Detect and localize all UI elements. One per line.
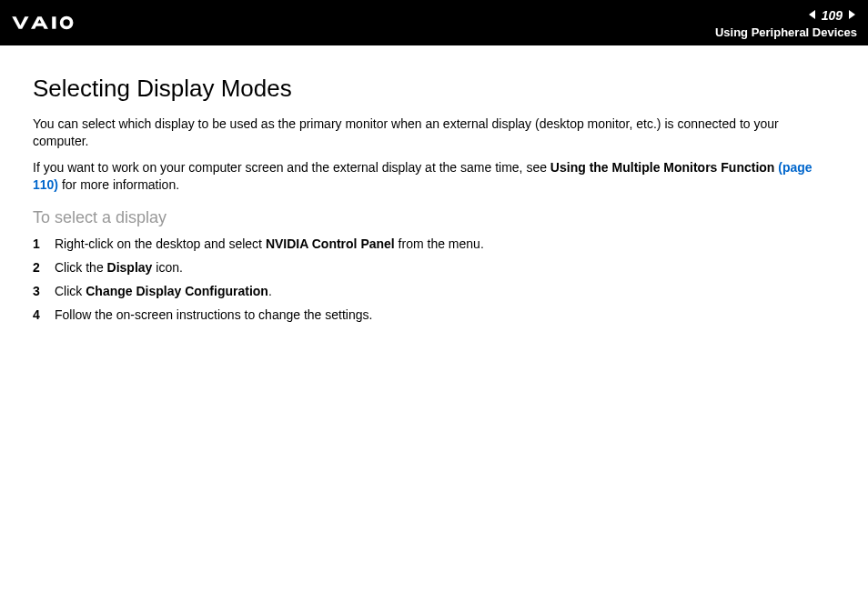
step-number: 4 xyxy=(33,307,55,322)
step-item: 1Right-click on the desktop and select N… xyxy=(33,236,835,251)
steps-list: 1Right-click on the desktop and select N… xyxy=(33,236,835,322)
page-number: 109 xyxy=(822,8,843,23)
step-text: Click the Display icon. xyxy=(55,260,835,275)
see-also-bold: Using the Multiple Monitors Function xyxy=(550,160,775,175)
step-number: 2 xyxy=(33,260,55,275)
step-bold-text: NVIDIA Control Panel xyxy=(266,236,395,251)
see-also-prefix: If you want to work on your computer scr… xyxy=(33,160,550,175)
header-bar: 109 Using Peripheral Devices xyxy=(0,0,868,45)
see-also-paragraph: If you want to work on your computer scr… xyxy=(33,159,835,194)
step-text: Right-click on the desktop and select NV… xyxy=(55,236,835,251)
see-also-suffix: for more information. xyxy=(58,177,179,192)
step-text: Click Change Display Configuration. xyxy=(55,284,835,298)
step-item: 4Follow the on-screen instructions to ch… xyxy=(33,307,835,322)
step-bold-text: Display xyxy=(107,260,153,275)
section-name: Using Peripheral Devices xyxy=(715,25,857,39)
step-plain-text: Click the xyxy=(55,260,107,275)
step-plain-text: . xyxy=(268,284,272,298)
step-item: 2Click the Display icon. xyxy=(33,260,835,275)
step-item: 3Click Change Display Configuration. xyxy=(33,284,835,298)
svg-rect-0 xyxy=(52,16,56,28)
step-plain-text: icon. xyxy=(152,260,182,275)
nav-prev-icon[interactable] xyxy=(807,7,818,24)
page-nav: 109 xyxy=(715,7,857,24)
step-number: 3 xyxy=(33,284,55,298)
page-content: Selecting Display Modes You can select w… xyxy=(0,45,868,360)
intro-paragraph: You can select which display to be used … xyxy=(33,116,835,150)
vaio-logo xyxy=(11,13,111,33)
subheading: To select a display xyxy=(33,208,835,227)
nav-next-icon[interactable] xyxy=(846,7,857,24)
page-title: Selecting Display Modes xyxy=(33,75,835,103)
header-right: 109 Using Peripheral Devices xyxy=(715,7,857,39)
step-plain-text: from the menu. xyxy=(395,236,484,251)
step-plain-text: Right-click on the desktop and select xyxy=(55,236,266,251)
step-plain-text: Click xyxy=(55,284,86,298)
step-text: Follow the on-screen instructions to cha… xyxy=(55,307,835,322)
step-plain-text: Follow the on-screen instructions to cha… xyxy=(55,307,372,322)
step-bold-text: Change Display Configuration xyxy=(86,284,268,298)
step-number: 1 xyxy=(33,236,55,251)
